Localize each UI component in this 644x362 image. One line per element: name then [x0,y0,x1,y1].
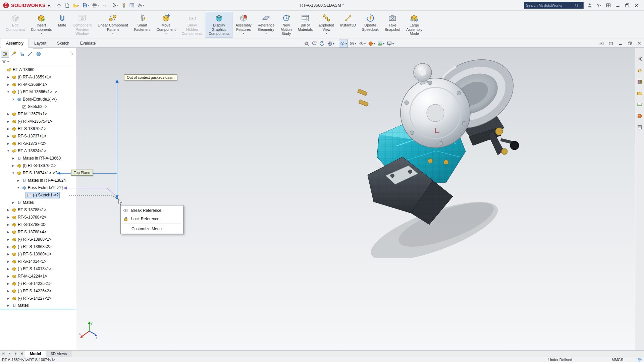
expand-arrow-icon[interactable]: ▼ [6,90,10,94]
tree-item[interactable]: ▶Mates [0,302,76,309]
help-button[interactable]: ?▾ [594,1,604,10]
zoom-to-area-button[interactable] [311,40,318,48]
expand-arrow-icon[interactable]: ▶ [6,297,10,300]
status-units[interactable]: MMGS [612,358,623,362]
ribbon-mate-button[interactable]: Mate [55,12,69,38]
appearances-scenes-button[interactable] [636,113,643,119]
design-library-button[interactable] [636,78,643,85]
print-button[interactable]: ▾ [91,2,100,9]
zoom-to-fit-button[interactable] [303,40,310,48]
expand-arrow-icon[interactable]: ▼ [16,186,20,189]
rebuild-button[interactable] [120,2,127,9]
tree-item[interactable]: ▶(f) RT-S-13676<1> [0,162,76,169]
tree-item[interactable]: ▶RT-S-13788<4> [0,228,76,236]
filter-dropdown-icon[interactable]: ▾ [7,60,9,63]
model-tab-model[interactable]: Model [25,351,46,357]
expand-arrow-icon[interactable]: ▶ [6,267,10,270]
file-properties-button[interactable] [128,2,136,9]
tab-layout[interactable]: Layout [29,39,52,48]
tree-item[interactable]: ▶(f) RT-A-13659<1> [0,73,76,81]
tree-item[interactable]: ▶(-) RT-S-13868<2> [0,243,76,250]
doc-restore-button[interactable] [626,40,633,47]
expand-task-pane-button[interactable] [636,56,643,62]
expand-arrow-icon[interactable]: ▶ [6,260,10,263]
search-dropdown-icon[interactable]: ▾ [580,4,582,7]
panel-expand-icon[interactable] [69,51,75,57]
ribbon-reference-geometry-button[interactable]: ReferenceGeometry▾ [255,12,278,38]
open-button[interactable]: ▾ [71,2,80,9]
expand-arrow-icon[interactable]: ▼ [11,172,15,175]
new-document-button[interactable] [63,2,71,9]
window-layout-button[interactable] [604,1,613,10]
last-tab-button[interactable] [19,351,24,356]
tab-sketch[interactable]: Sketch [52,39,75,48]
expand-arrow-icon[interactable]: ▶ [6,290,10,293]
menu-item-break-reference[interactable]: Break Reference [121,206,182,215]
tree-item[interactable]: ▶RT-M-13679<1> [0,110,76,118]
minimize-button[interactable] [613,1,623,10]
tree-item[interactable]: ▶Mates [0,199,76,206]
tab-assembly[interactable]: Assembly [1,39,29,48]
expand-arrow-icon[interactable]: ▶ [11,157,15,160]
tree-item[interactable]: ▶RT-S-14014<1> [0,258,76,265]
3d-model[interactable] [345,50,540,258]
tree-item[interactable]: ▶RT-M-13668<1> [0,81,76,88]
tree-item[interactable]: Sketch2 -> [0,103,76,110]
expand-arrow-icon[interactable]: ▶ [6,120,10,123]
close-button[interactable] [632,1,641,10]
previous-view-button[interactable] [318,40,326,48]
tree-item[interactable]: ▼RT-A-13824<1> [0,147,76,155]
tree-filter-icon[interactable] [2,59,6,64]
expand-arrow-icon[interactable]: ▶ [6,253,10,256]
ribbon-take-snapshot-button[interactable]: TakeSnapshot [382,12,403,38]
expand-arrow-icon[interactable]: ▶ [6,238,10,241]
section-view-button[interactable]: ▾ [326,40,335,48]
options-button[interactable]: ▾ [136,2,145,9]
previous-tab-button[interactable] [7,351,12,356]
expand-arrow-icon[interactable]: ▶ [6,76,10,79]
expand-arrow-icon[interactable]: ▼ [11,98,15,101]
tree-item[interactable]: ▶(-) RT-S-13980<1> [0,250,76,258]
apply-scene-button[interactable]: ▾ [376,40,385,48]
tree-item[interactable]: ▶RT-S-13737<1> [0,132,76,140]
tree-item[interactable]: ▶RT-S-13670<1> [0,125,76,132]
ribbon-large-assembly-mode-button[interactable]: LargeAssemblyMode [403,12,425,38]
ribbon-instant3d-button[interactable]: Instant3D [337,12,359,38]
hide-show-items-button[interactable]: ▾ [358,40,367,48]
sign-in-button[interactable] [585,1,594,10]
file-explorer-button[interactable] [636,90,643,97]
edit-appearance-button[interactable]: ▾ [367,40,376,48]
ribbon-update-speedpak-button[interactable]: UpdateSpeedpak [359,12,382,38]
display-manager-tab[interactable] [35,51,43,58]
tree-item[interactable]: ▶(-) RT-S-14227<2> [0,295,76,302]
menu-expand-arrow-icon[interactable]: ▶ [48,4,50,7]
select-button[interactable]: ▾ [110,2,119,9]
expand-arrow-icon[interactable]: ▶ [6,245,10,248]
search-input[interactable] [526,3,573,7]
ribbon-display-graphics-components-button[interactable]: DisplayGraphicsComponents [206,12,232,38]
previous-window-button[interactable] [598,40,605,47]
expand-arrow-icon[interactable]: ▶ [6,304,10,307]
tree-item[interactable]: ▶(-) RT-S-14226<2> [0,287,76,295]
tree-item[interactable]: ▼Boss-Extrude1{ ->} [0,96,76,103]
restore-button[interactable] [623,1,632,10]
tree-item[interactable]: ▼(-) RT-M-13666<1> -> [0,88,76,96]
view-palette-button[interactable] [636,101,643,108]
save-button[interactable]: ▾ [81,2,90,9]
first-tab-button[interactable] [1,351,6,356]
expand-arrow-icon[interactable]: ▶ [6,113,10,116]
display-style-button[interactable]: ▾ [348,40,357,48]
ribbon-smart-fasteners-button[interactable]: SmartFasteners [131,12,154,38]
expand-arrow-icon[interactable]: ▶ [6,223,10,226]
tree-item[interactable]: ▼RT-S-13674<1>->? [0,169,76,177]
expand-arrow-icon[interactable]: ▶ [6,216,10,219]
tree-item[interactable]: ▶(-) RT-S-14013<1> [0,265,76,273]
view-settings-button[interactable]: ▾ [386,40,395,48]
tree-item[interactable]: ▶(-) RT-S-13868<1> [0,236,76,243]
expand-arrow-icon[interactable]: ▶ [16,179,20,182]
doc-minimize-button[interactable] [616,40,624,47]
tree-item[interactable]: ▶(-) RT-M-13675<1> [0,118,76,125]
dimxpert-manager-tab[interactable] [26,51,34,58]
solidworks-resources-button[interactable] [636,67,643,74]
property-manager-tab[interactable] [9,51,17,58]
